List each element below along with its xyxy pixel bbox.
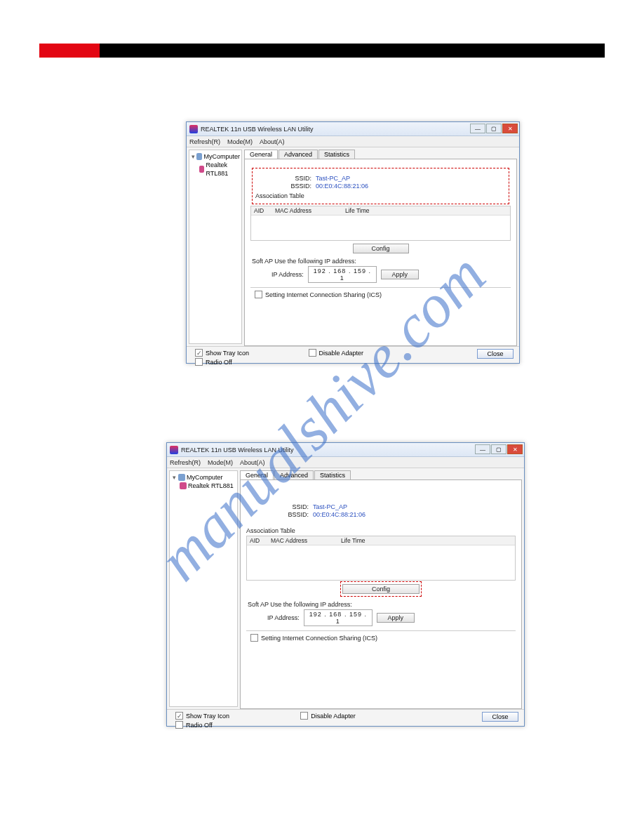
apply-button[interactable]: Apply [381, 270, 419, 279]
disable-checkbox[interactable] [300, 712, 308, 720]
radio-checkbox[interactable] [195, 358, 203, 366]
association-table: AID MAC Address Life Time [246, 536, 516, 581]
adapter-icon [199, 166, 204, 173]
disable-checkbox[interactable] [309, 349, 316, 357]
app-icon [189, 125, 198, 133]
tree-root[interactable]: ▾ MyComputer [171, 473, 236, 482]
config-button[interactable]: Config [353, 244, 409, 253]
col-mac[interactable]: MAC Address [272, 206, 342, 215]
col-life[interactable]: Life Time [342, 206, 510, 215]
tree-adapter[interactable]: Realtek RTL881 [171, 482, 236, 490]
menu-about[interactable]: About(A) [240, 459, 265, 466]
close-button[interactable]: Close [482, 712, 518, 722]
bssid-label: BSSID: [283, 183, 316, 190]
titlebar[interactable]: REALTEK 11n USB Wireless LAN Utility — ▢… [167, 443, 524, 457]
ics-label: Setting Internet Connection Sharing (ICS… [265, 291, 382, 298]
divider [246, 630, 516, 631]
tab-statistics[interactable]: Statistics [318, 150, 355, 159]
menu-mode[interactable]: Mode(M) [227, 138, 253, 145]
tray-label: Show Tray Icon [186, 713, 229, 720]
titlebar[interactable]: REALTEK 11n USB Wireless LAN Utility — ▢… [187, 122, 519, 136]
col-aid[interactable]: AID [251, 206, 272, 215]
ics-checkbox[interactable] [255, 291, 262, 298]
highlight-config-area: Config [340, 581, 422, 597]
ics-checkbox[interactable] [250, 634, 258, 642]
minimize-button[interactable]: — [475, 444, 490, 454]
tree-expander-icon[interactable]: ▾ [191, 152, 195, 161]
tab-advanced[interactable]: Advanced [274, 470, 314, 479]
config-button[interactable]: Config [342, 584, 420, 594]
menu-refresh[interactable]: Refresh(R) [189, 138, 220, 145]
minimize-button[interactable]: — [470, 124, 485, 133]
tree-expander-icon[interactable]: ▾ [171, 473, 177, 482]
tree-adapter[interactable]: Realtek RTL881 [191, 161, 240, 178]
bssid-label: BSSID: [274, 511, 313, 518]
menubar: Refresh(R) Mode(M) About(A) [187, 136, 519, 147]
tab-general[interactable]: General [240, 470, 274, 479]
window-close-button[interactable]: ✕ [507, 444, 523, 454]
window-footer: ✓ Show Tray Icon Radio Off Disable Adapt… [167, 709, 524, 734]
ip-address-field[interactable]: 192 . 168 . 159 . 1 [304, 609, 373, 626]
tab-general[interactable]: General [244, 150, 278, 159]
tab-strip: General Advanced Statistics [240, 470, 522, 479]
app-icon [170, 446, 178, 454]
tab-statistics[interactable]: Statistics [314, 470, 351, 479]
tree-root-label: MyComputer [203, 152, 240, 161]
menu-about[interactable]: About(A) [260, 138, 285, 145]
adapter-icon [180, 482, 187, 489]
tab-strip: General Advanced Statistics [244, 150, 517, 159]
radio-label: Radio Off [186, 722, 213, 729]
window-title: REALTEK 11n USB Wireless LAN Utility [181, 446, 293, 454]
tree-root-label: MyComputer [187, 473, 223, 482]
tray-label: Show Tray Icon [206, 350, 249, 357]
maximize-button[interactable]: ▢ [491, 444, 507, 454]
window-close-button[interactable]: ✕ [502, 124, 518, 133]
ip-address-label: IP Address: [271, 271, 304, 278]
device-tree: ▾ MyComputer Realtek RTL881 [169, 470, 238, 707]
ics-label: Setting Internet Connection Sharing (ICS… [261, 635, 377, 642]
header-black-bar [39, 44, 605, 58]
tree-root[interactable]: ▾ MyComputer [191, 152, 240, 161]
tab-advanced[interactable]: Advanced [279, 150, 318, 159]
tab-panel-general: SSID: Tast-PC_AP BSSID: 00:E0:4C:88:21:0… [240, 479, 522, 709]
menu-mode[interactable]: Mode(M) [208, 459, 233, 466]
disable-label: Disable Adapter [319, 350, 364, 357]
softap-ip-title: Soft AP Use the following IP address: [252, 258, 511, 265]
bssid-value: 00:E0:4C:88:21:06 [313, 511, 365, 518]
tray-checkbox[interactable]: ✓ [175, 712, 183, 720]
menubar: Refresh(R) Mode(M) About(A) [167, 457, 524, 468]
tree-adapter-label: Realtek RTL881 [206, 161, 240, 178]
apply-button[interactable]: Apply [377, 613, 415, 623]
radio-label: Radio Off [206, 359, 232, 366]
ssid-value: Tast-PC_AP [316, 175, 350, 182]
ssid-label: SSID: [274, 503, 313, 510]
divider [250, 287, 511, 288]
window-footer: ✓ Show Tray Icon Radio Off Disable Adapt… [187, 346, 519, 371]
tray-checkbox[interactable]: ✓ [195, 349, 203, 357]
association-table-label: Association Table [246, 527, 516, 534]
app-window-2: REALTEK 11n USB Wireless LAN Utility — ▢… [166, 442, 525, 727]
computer-icon [196, 153, 202, 160]
close-button[interactable]: Close [477, 349, 514, 359]
disable-label: Disable Adapter [311, 713, 356, 720]
ip-address-field[interactable]: 192 . 168 . 159 . 1 [308, 266, 377, 283]
ip-address-label: IP Address: [267, 614, 300, 621]
tab-panel-general: SSID: Tast-PC_AP BSSID: 00:E0:4C:88:21:0… [244, 159, 517, 346]
window-title: REALTEK 11n USB Wireless LAN Utility [201, 126, 313, 133]
col-life[interactable]: Life Time [338, 536, 515, 545]
device-tree: ▾ MyComputer Realtek RTL881 [189, 150, 242, 344]
computer-icon [178, 474, 185, 481]
association-table-label: Association Table [255, 192, 506, 199]
radio-checkbox[interactable] [175, 721, 183, 729]
col-mac[interactable]: MAC Address [268, 536, 338, 545]
maximize-button[interactable]: ▢ [486, 124, 502, 133]
menu-refresh[interactable]: Refresh(R) [170, 459, 201, 466]
app-window-1: REALTEK 11n USB Wireless LAN Utility — ▢… [186, 121, 520, 364]
softap-ip-title: Soft AP Use the following IP address: [248, 601, 516, 608]
highlight-ssid-area: SSID: Tast-PC_AP BSSID: 00:E0:4C:88:21:0… [252, 168, 509, 204]
ssid-label: SSID: [283, 175, 316, 182]
bssid-value: 00:E0:4C:88:21:06 [316, 183, 368, 190]
tree-adapter-label: Realtek RTL881 [188, 482, 234, 490]
col-aid[interactable]: AID [247, 536, 268, 545]
header-red-segment [39, 44, 100, 58]
